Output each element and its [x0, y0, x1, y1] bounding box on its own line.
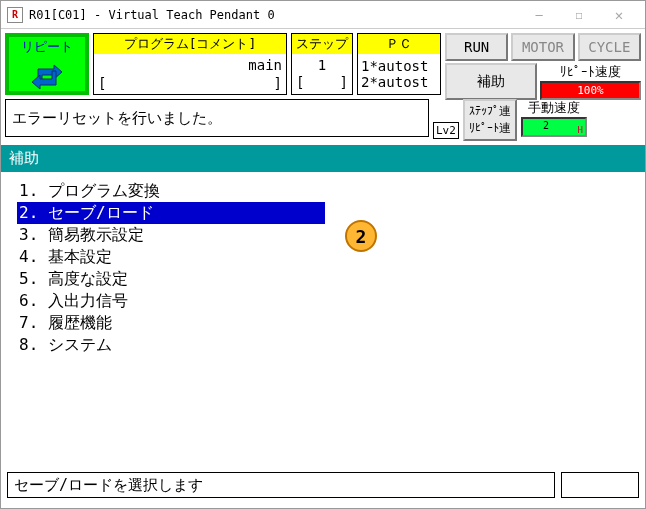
- minimize-button[interactable]: —: [519, 2, 559, 28]
- assist-button[interactable]: 補助: [445, 63, 537, 100]
- menu-item-8[interactable]: 8. システム: [17, 334, 629, 356]
- footer-message: セーブ/ロードを選択します: [7, 472, 555, 498]
- window-title: R01[C01] - Virtual Teach Pendant 0: [29, 8, 275, 22]
- repeat-panel[interactable]: リピート: [5, 33, 89, 95]
- pc-panel[interactable]: ＰＣ 1*autost 2*autost: [357, 33, 441, 95]
- pc-line2: 2*autost: [358, 74, 440, 90]
- step-header: ステップ: [292, 34, 352, 54]
- app-icon: R: [7, 7, 23, 23]
- level-badge[interactable]: Lv2: [433, 122, 459, 139]
- program-panel[interactable]: プログラム[コメント] main []: [93, 33, 287, 95]
- step-link-button[interactable]: ｽﾃｯﾌﾟ連 ﾘﾋﾟｰﾄ連: [463, 99, 517, 141]
- footer-row: セーブ/ロードを選択します: [7, 472, 639, 498]
- message-row: エラーリセットを行いました。 Lv2 ｽﾃｯﾌﾟ連 ﾘﾋﾟｰﾄ連 手動速度 2 …: [1, 99, 645, 145]
- repeat-speed-value: 100%: [540, 81, 641, 100]
- menu-item-1[interactable]: 1. プログラム変換: [17, 180, 629, 202]
- close-button[interactable]: ✕: [599, 2, 639, 28]
- pc-line1: 1*autost: [358, 58, 440, 74]
- menu-item-7[interactable]: 7. 履歴機能: [17, 312, 629, 334]
- menu-item-5[interactable]: 5. 高度な設定: [17, 268, 629, 290]
- maximize-button[interactable]: ☐: [559, 2, 599, 28]
- menu-item-3[interactable]: 3. 簡易教示設定: [17, 224, 629, 246]
- menu-list: 1. プログラム変換 2. セーブ/ロード 3. 簡易教示設定 4. 基本設定 …: [1, 172, 645, 442]
- step-value: 1: [292, 57, 352, 73]
- repeat-label: リピート: [9, 37, 85, 57]
- repeat-icon: [30, 57, 64, 91]
- message-box: エラーリセットを行いました。: [5, 99, 429, 137]
- run-button[interactable]: RUN: [445, 33, 508, 61]
- pc-header: ＰＣ: [358, 34, 440, 54]
- annotation-marker: 2: [345, 220, 377, 252]
- menu-item-6[interactable]: 6. 入出力信号: [17, 290, 629, 312]
- app-window: R R01[C01] - Virtual Teach Pendant 0 — ☐…: [0, 0, 646, 509]
- menu-item-4[interactable]: 4. 基本設定: [17, 246, 629, 268]
- right-controls: RUN MOTOR CYCLE 補助 ﾘﾋﾟｰﾄ速度 100%: [445, 33, 641, 95]
- cycle-button[interactable]: CYCLE: [578, 33, 641, 61]
- manual-speed-indicator[interactable]: 2 H: [521, 117, 587, 137]
- repeat-speed-label: ﾘﾋﾟｰﾄ速度: [540, 63, 641, 81]
- footer-input[interactable]: [561, 472, 639, 498]
- titlebar: R R01[C01] - Virtual Teach Pendant 0 — ☐…: [1, 1, 645, 29]
- manual-speed-label: 手動速度: [521, 99, 587, 117]
- section-header: 補助: [1, 145, 645, 172]
- top-panel-row: リピート プログラム[コメント] main [] ステップ 1 []: [1, 29, 645, 99]
- program-name: main: [248, 56, 282, 74]
- step-panel[interactable]: ステップ 1 []: [291, 33, 353, 95]
- program-header: プログラム[コメント]: [94, 34, 286, 54]
- menu-item-2[interactable]: 2. セーブ/ロード: [17, 202, 325, 224]
- motor-button[interactable]: MOTOR: [511, 33, 574, 61]
